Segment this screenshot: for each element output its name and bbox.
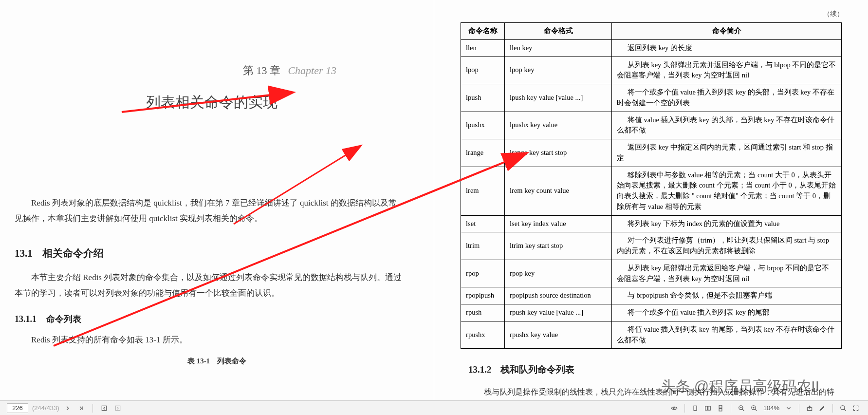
cell-name: rpushx (461, 321, 505, 349)
two-page-button[interactable] (702, 403, 713, 414)
table-row: lsetlset key index value将列表 key 下标为 inde… (461, 215, 842, 232)
separator (799, 404, 799, 413)
table-row: rpoprpop key从列表 key 尾部弹出元素返回给客户端，与 brpop… (461, 260, 842, 287)
zoom-out-button[interactable] (736, 403, 747, 414)
th-desc: 命令简介 (612, 23, 842, 40)
section-heading: 13.1相关命令介绍 (15, 246, 424, 260)
svg-point-7 (673, 407, 675, 409)
cell-format: lrem key count value (505, 167, 612, 215)
cell-name: rpop (461, 260, 505, 287)
subsection-heading: 13.1.1命令列表 (15, 313, 424, 325)
cell-name: rpoplpush (461, 287, 505, 304)
last-page-button[interactable] (76, 403, 87, 414)
section-paragraph: 本节主要介绍 Redis 列表对象的命令集合，以及如何通过列表命令实现常见的数据… (15, 270, 405, 302)
next-page-button[interactable] (62, 403, 73, 414)
right-subsection-heading: 13.1.2栈和队列命令列表 (468, 363, 858, 376)
cell-format: ltrim key start stop (505, 232, 612, 260)
cell-format: rpoplpush source destination (505, 287, 612, 304)
search-button[interactable] (838, 403, 849, 414)
cell-desc: 返回列表 key 的长度 (612, 39, 842, 57)
subsection-paragraph: Redis 列表支持的所有命令如表 13-1 所示。 (15, 332, 424, 348)
zoom-dropdown[interactable] (783, 403, 794, 414)
cell-desc: 对一个列表进行修剪（trim），即让列表只保留区间 start 与 stop 内… (612, 232, 842, 260)
cell-name: rpush (461, 304, 505, 321)
separator (684, 404, 685, 413)
zoom-in-button[interactable] (749, 403, 759, 414)
cell-format: lpushx key value (505, 112, 612, 139)
cell-name: lpop (461, 57, 505, 84)
svg-rect-8 (694, 406, 697, 410)
svg-rect-5 (102, 406, 106, 410)
cell-desc: 将值 value 插入到列表 key 的尾部，当列表 key 不存在时该命令什么… (612, 321, 842, 349)
cell-format: rpush key value [value ...] (505, 304, 612, 321)
continuous-button[interactable] (715, 403, 726, 414)
subsection-title: 命令列表 (46, 314, 81, 324)
cell-desc: 将一个或多个值 value 插入到列表 key 的尾部 (612, 304, 842, 321)
cell-desc: 与 brpoplpush 命令类似，但是不会阻塞客户端 (612, 287, 842, 304)
right-subsection-number: 13.1.2 (468, 364, 492, 375)
zoom-level: 104% (763, 404, 779, 412)
highlight-button[interactable] (817, 403, 828, 414)
toolbar-right: 104% (669, 403, 868, 414)
table-row: rpoplpushrpoplpush source destination与 b… (461, 287, 842, 304)
subsection-number: 13.1.1 (15, 314, 37, 324)
cell-name: lpush (461, 84, 505, 112)
table-row: lpoplpop key从列表 key 头部弹出元素并返回给客户端，与 blpo… (461, 57, 842, 84)
table-row: lrangelrange key start stop返回列表 key 中指定区… (461, 139, 842, 167)
separator (731, 404, 731, 413)
table-row: ltrimltrim key start stop对一个列表进行修剪（trim）… (461, 232, 842, 260)
svg-rect-11 (719, 405, 722, 408)
svg-rect-9 (705, 406, 708, 410)
cell-name: llen (461, 39, 505, 57)
table-caption: 表 13-1 列表命令 (10, 357, 424, 366)
svg-rect-12 (719, 408, 722, 411)
fullscreen-button[interactable] (850, 403, 861, 414)
svg-line-14 (742, 409, 744, 411)
toolbar: (244/433) 104% (0, 400, 868, 415)
continued-marker: （续） (444, 10, 844, 19)
svg-rect-6 (115, 406, 120, 410)
chapter-number: 第 13 章 Chapter 13 (10, 63, 336, 78)
pdf-viewer: 厦 第 13 章 Chapter 13 列表相关命令的实现 Redis 列表对象… (0, 0, 868, 415)
single-page-button[interactable] (690, 403, 701, 414)
cell-format: llen key (505, 39, 612, 57)
cell-name: lrange (461, 139, 505, 167)
separator (832, 404, 833, 413)
cell-format: lrange key start stop (505, 139, 612, 167)
cell-name: lrem (461, 167, 505, 215)
th-format: 命令格式 (505, 23, 612, 40)
toolbar-left: (244/433) (0, 403, 123, 414)
chapter-title: 列表相关命令的实现 (146, 93, 424, 113)
cell-format: lset key index value (505, 215, 612, 232)
table-row: lpushxlpushx key value将值 value 插入到列表 key… (461, 112, 842, 139)
page-left: 第 13 章 Chapter 13 列表相关命令的实现 Redis 列表对象的底… (0, 0, 434, 400)
table-header-row: 命令名称 命令格式 命令简介 (461, 23, 842, 40)
view-mode-button[interactable] (669, 403, 680, 414)
page-number-input[interactable] (7, 403, 28, 413)
cell-desc: 将值 value 插入到列表 key 的头部，当列表 key 不存在时该命令什么… (612, 112, 842, 139)
table-row: lpushlpush key value [value ...]将一个或多个值 … (461, 84, 842, 112)
table-row: rpushxrpushx key value将值 value 插入到列表 key… (461, 321, 842, 349)
page-right: （续） 命令名称 命令格式 命令简介 llenllen key返回列表 key … (434, 0, 868, 400)
svg-line-17 (755, 409, 757, 411)
page-spread: 第 13 章 Chapter 13 列表相关命令的实现 Redis 列表对象的底… (0, 0, 868, 400)
cell-format: lpop key (505, 57, 612, 84)
svg-rect-10 (708, 406, 710, 410)
chapter-header: 第 13 章 Chapter 13 列表相关命令的实现 (10, 63, 424, 113)
cell-desc: 从列表 key 尾部弹出元素返回给客户端，与 brpop 不同的是它不会阻塞客户… (612, 260, 842, 287)
cell-format: rpop key (505, 260, 612, 287)
svg-line-23 (844, 409, 846, 411)
forward-button[interactable] (112, 403, 123, 414)
table-row: rpushrpush key value [value ...]将一个或多个值 … (461, 304, 842, 321)
th-name: 命令名称 (461, 23, 505, 40)
cell-desc: 移除列表中与参数 value 相等的元素；当 count 大于 0，从表头开始向… (612, 167, 842, 215)
section-number: 13.1 (15, 247, 33, 259)
share-button[interactable] (804, 403, 815, 414)
back-button[interactable] (99, 403, 110, 414)
table-row: lremlrem key count value移除列表中与参数 value 相… (461, 167, 842, 215)
watermark: 头条 @程序员高级码农II (661, 377, 819, 396)
page-total: (244/433) (32, 404, 59, 412)
command-table: 命令名称 命令格式 命令简介 llenllen key返回列表 key 的长度l… (461, 22, 842, 349)
chapter-script: Chapter 13 (288, 64, 336, 76)
right-subsection-title: 栈和队列命令列表 (500, 364, 574, 375)
